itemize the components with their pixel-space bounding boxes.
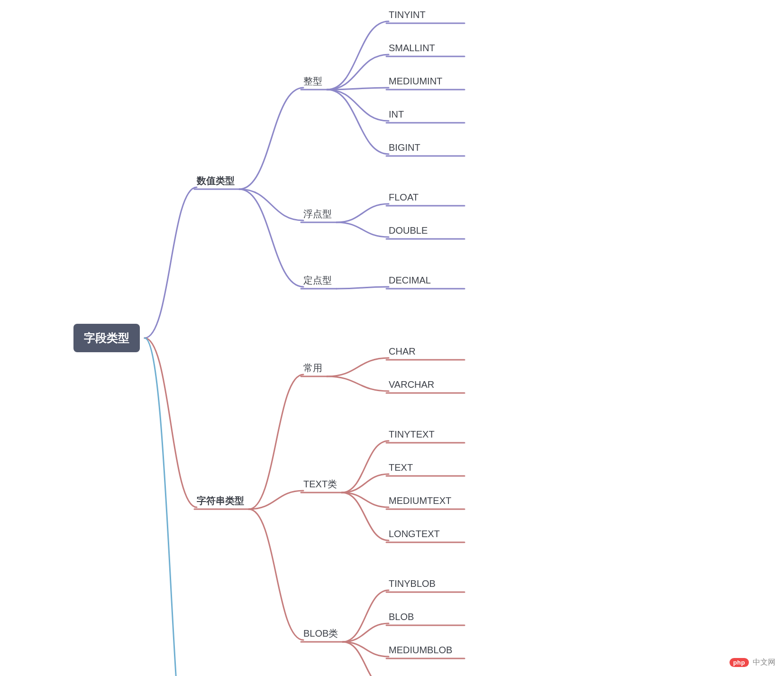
leaf-1-1-1[interactable]: TEXT [389, 462, 413, 473]
leaf-1-1-2-text: MEDIUMTEXT [389, 495, 451, 506]
leaf-0-0-4[interactable]: BIGINT [389, 142, 420, 153]
leaf-1-1-3-text: LONGTEXT [389, 529, 440, 539]
sub-1-2-text: BLOB类 [303, 628, 338, 639]
sub-1-2[interactable]: BLOB类 [303, 627, 338, 640]
leaf-1-2-1-text: BLOB [389, 612, 414, 622]
leaf-1-0-1-text: VARCHAR [389, 379, 434, 390]
sub-0-0-text: 整型 [303, 76, 322, 86]
leaf-0-1-0[interactable]: FLOAT [389, 192, 419, 203]
leaf-0-2-0[interactable]: DECIMAL [389, 275, 431, 286]
sub-0-1[interactable]: 浮点型 [303, 208, 332, 220]
leaf-1-1-1-text: TEXT [389, 462, 413, 473]
leaf-0-1-1-text: DOUBLE [389, 225, 428, 236]
leaf-0-0-0-text: TINYINT [389, 9, 426, 20]
leaf-0-0-0[interactable]: TINYINT [389, 9, 426, 20]
leaf-0-0-2[interactable]: MEDIUMINT [389, 76, 442, 87]
sub-0-0[interactable]: 整型 [303, 75, 322, 88]
leaf-0-1-1[interactable]: DOUBLE [389, 225, 428, 236]
leaf-1-1-0[interactable]: TINYTEXT [389, 429, 435, 440]
leaf-0-0-4-text: BIGINT [389, 142, 420, 153]
root-label: 字段类型 [84, 331, 129, 344]
leaf-0-0-2-text: MEDIUMINT [389, 76, 442, 86]
branch-0-text: 数值类型 [197, 175, 235, 186]
leaf-0-1-0-text: FLOAT [389, 192, 419, 202]
leaf-1-2-2-text: MEDIUMBLOB [389, 645, 452, 655]
leaf-0-0-3[interactable]: INT [389, 109, 404, 120]
watermark-badge: php [729, 658, 749, 667]
sub-1-1-text: TEXT类 [303, 479, 337, 489]
watermark-text: 中文网 [753, 658, 775, 667]
leaf-1-0-0[interactable]: CHAR [389, 346, 416, 357]
leaf-1-2-1[interactable]: BLOB [389, 612, 414, 622]
sub-1-0-text: 常用 [303, 363, 322, 373]
leaf-0-0-1[interactable]: SMALLINT [389, 43, 435, 54]
leaf-0-2-0-text: DECIMAL [389, 275, 431, 285]
branch-1[interactable]: 字符串类型 [197, 494, 244, 507]
sub-1-1[interactable]: TEXT类 [303, 478, 337, 491]
leaf-1-1-3[interactable]: LONGTEXT [389, 529, 440, 539]
leaf-1-2-0-text: TINYBLOB [389, 578, 436, 589]
leaf-1-1-2[interactable]: MEDIUMTEXT [389, 495, 451, 506]
leaf-1-2-2[interactable]: MEDIUMBLOB [389, 645, 452, 656]
leaf-1-2-0[interactable]: TINYBLOB [389, 578, 436, 589]
root-node[interactable]: 字段类型 [73, 324, 140, 352]
branch-1-text: 字符串类型 [197, 495, 244, 506]
leaf-0-0-3-text: INT [389, 109, 404, 119]
leaf-1-0-1[interactable]: VARCHAR [389, 379, 434, 390]
sub-0-2-text: 定点型 [303, 275, 332, 285]
branch-0[interactable]: 数值类型 [197, 174, 235, 187]
leaf-1-1-0-text: TINYTEXT [389, 429, 435, 439]
leaf-0-0-1-text: SMALLINT [389, 43, 435, 53]
watermark: php 中文网 [729, 658, 775, 667]
sub-0-1-text: 浮点型 [303, 209, 332, 219]
sub-1-0[interactable]: 常用 [303, 362, 322, 375]
sub-0-2[interactable]: 定点型 [303, 274, 332, 287]
leaf-1-0-0-text: CHAR [389, 346, 416, 356]
